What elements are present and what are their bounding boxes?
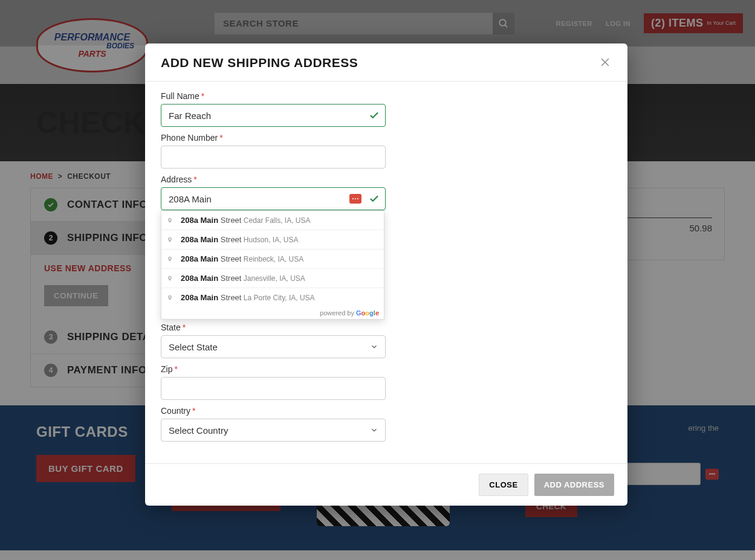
modal-body: Full Name* Phone Number* Address* bbox=[145, 82, 627, 463]
country-select[interactable]: Select Country bbox=[161, 419, 386, 442]
field-zip: Zip* bbox=[161, 364, 612, 400]
ac-item[interactable]: 208a Main Street Reinbeck, IA, USA bbox=[161, 249, 384, 269]
pin-icon bbox=[167, 274, 173, 283]
check-icon bbox=[369, 110, 380, 121]
pin-icon bbox=[167, 236, 173, 244]
modal-footer: CLOSE ADD ADDRESS bbox=[145, 463, 627, 506]
pin-icon bbox=[167, 255, 173, 263]
field-state: State* Select State bbox=[161, 323, 612, 358]
label-phone: Phone Number* bbox=[161, 133, 612, 143]
add-address-modal: ADD NEW SHIPPING ADDRESS Full Name* Phon… bbox=[145, 43, 627, 506]
zip-input[interactable] bbox=[161, 377, 386, 400]
field-full-name: Full Name* bbox=[161, 91, 612, 127]
ac-item[interactable]: 208a Main Street Janesville, IA, USA bbox=[161, 269, 384, 288]
modal-header: ADD NEW SHIPPING ADDRESS bbox=[145, 43, 627, 82]
label-full-name: Full Name* bbox=[161, 91, 612, 101]
ac-footer: powered by Google bbox=[161, 307, 384, 319]
check-icon bbox=[369, 193, 380, 204]
label-zip: Zip* bbox=[161, 364, 612, 374]
pin-icon bbox=[167, 294, 173, 302]
label-country: Country* bbox=[161, 406, 612, 416]
full-name-input[interactable] bbox=[161, 104, 386, 127]
ac-item[interactable]: 208a Main Street Hudson, IA, USA bbox=[161, 230, 384, 249]
label-state: State* bbox=[161, 323, 612, 332]
close-icon[interactable] bbox=[600, 57, 612, 69]
extension-icon[interactable] bbox=[349, 194, 361, 204]
field-phone: Phone Number* bbox=[161, 133, 612, 169]
ac-item[interactable]: 208a Main Street La Porte City, IA, USA bbox=[161, 288, 384, 307]
field-country: Country* Select Country bbox=[161, 406, 612, 442]
ac-item[interactable]: 208a Main Street Cedar Falls, IA, USA bbox=[161, 211, 384, 230]
label-address: Address* bbox=[161, 175, 612, 184]
pin-icon bbox=[167, 216, 173, 225]
phone-input[interactable] bbox=[161, 146, 386, 169]
close-button[interactable]: CLOSE bbox=[479, 474, 528, 496]
modal-title: ADD NEW SHIPPING ADDRESS bbox=[161, 56, 358, 70]
add-address-button[interactable]: ADD ADDRESS bbox=[534, 474, 614, 496]
state-select[interactable]: Select State bbox=[161, 335, 386, 358]
address-autocomplete: 208a Main Street Cedar Falls, IA, USA 20… bbox=[161, 210, 384, 320]
field-address: Address* 208a Main Street Cedar Falls, I… bbox=[161, 175, 612, 210]
